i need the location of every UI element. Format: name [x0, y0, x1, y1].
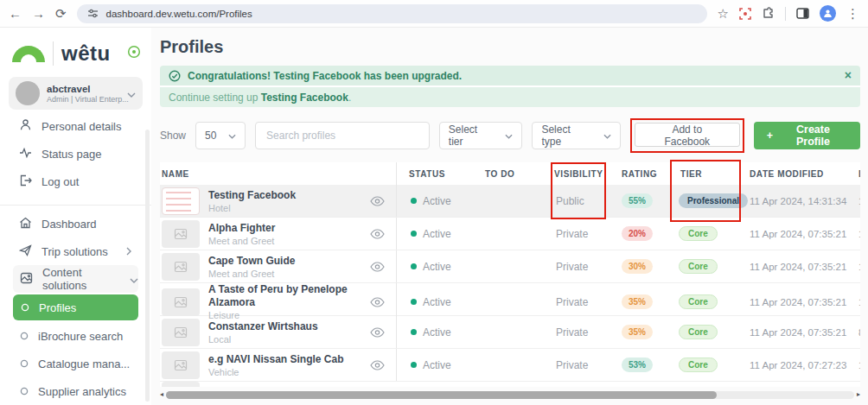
preview-eye-icon[interactable] [370, 229, 385, 239]
date-modified: 11 Apr 2024, 07:27:23 [737, 360, 843, 370]
profile-thumbnail [162, 187, 200, 215]
profile-row[interactable]: Testing FacebookHotelActivePublic55%Prof… [160, 185, 860, 218]
truncated-cell: 1 [843, 262, 860, 272]
banner-profile-link[interactable]: Testing Facebook [261, 92, 348, 104]
profile-row[interactable]: Cape Town GuideMeet and GreetActivePriva… [160, 250, 860, 283]
search-input[interactable] [255, 122, 430, 149]
profile-row[interactable]: Alpha FighterMeet and GreetActivePrivate… [160, 218, 860, 250]
sidebar-item-ibrochure-search[interactable]: iBrochure search [0, 322, 151, 350]
scrollbar-track[interactable] [166, 391, 854, 399]
side-panel-icon[interactable] [796, 8, 809, 19]
address-bar[interactable]: dashboard.dev.wetu.com/Profiles [77, 4, 707, 23]
target-icon[interactable] [127, 45, 141, 62]
tier-badge: Core [679, 226, 718, 241]
profile-name-cell: A Taste of Peru by Penelope AlzamoraLeis… [160, 283, 397, 320]
success-banner: Congratulations! Testing Facebook has be… [160, 66, 860, 107]
sidebar: wêtu abctravel Admin | Virtual Enterp... [0, 28, 151, 405]
status-label: Active [423, 326, 451, 339]
profile-name: A Taste of Peru by Penelope Alzamora [208, 283, 361, 309]
profile-name: e.g NAVI Nissan Single Cab [208, 353, 343, 366]
profile-row[interactable]: A Taste of Peru by Penelope AlzamoraLeis… [160, 283, 860, 316]
page-title: Profiles [160, 37, 860, 57]
tier-cell: Core [672, 294, 737, 309]
wetu-arch-logo-icon [12, 46, 45, 62]
browser-forward-icon[interactable]: → [32, 7, 45, 20]
status-dot-icon [411, 231, 417, 237]
scroll-left-arrow-icon[interactable]: ◂ [160, 391, 163, 398]
sidebar-item-content-solutions[interactable]: Content solutions [13, 265, 138, 293]
create-profile-button[interactable]: + Create Profile [754, 122, 860, 149]
chevron-down-icon [603, 130, 611, 142]
profile-row[interactable]: Constanzer WirtshausLocalActivePrivate35… [160, 316, 860, 349]
tier-badge: Core [679, 358, 718, 372]
sidebar-item-status-page[interactable]: Status page [0, 140, 151, 168]
sidebar-item-dashboard[interactable]: Dashboard [0, 210, 151, 237]
browser-refresh-icon[interactable]: ⟳ [55, 7, 67, 20]
pulse-icon [19, 148, 32, 161]
chevron-down-icon [130, 273, 138, 286]
tier-filter-select[interactable]: Select tier [439, 122, 523, 149]
truncated-cell: 1 [843, 196, 860, 206]
scrollbar-thumb[interactable] [166, 391, 717, 399]
status-cell: Active [397, 296, 473, 308]
browser-profile-avatar[interactable] [820, 5, 836, 22]
sidebar-item-supplier-analytics[interactable]: Supplier analytics [0, 377, 151, 405]
visibility-value: Public [542, 195, 610, 207]
type-filter-value: Select type [541, 123, 590, 148]
screen-capture-extension-icon[interactable] [739, 8, 751, 20]
profile-name: Cape Town Guide [208, 255, 295, 268]
rating-badge: 30% [622, 259, 653, 274]
account-switcher[interactable]: abctravel Admin | Virtual Enterp... [9, 77, 143, 110]
sidebar-item-label: iBrochure search [38, 330, 123, 343]
profile-name: Alpha Fighter [208, 222, 275, 235]
sidebar-item-log-out[interactable]: Log out [0, 168, 151, 195]
banner-close-icon[interactable]: × [845, 69, 852, 81]
preview-eye-icon[interactable] [370, 297, 385, 307]
sidebar-item-label: Log out [41, 175, 79, 188]
truncated-cell: 8 [843, 327, 860, 338]
status-cell: Active [397, 359, 473, 371]
bookmark-star-icon[interactable]: ☆ [718, 7, 729, 20]
status-dot-icon [411, 198, 417, 204]
sidebar-scrollbar[interactable] [145, 130, 150, 402]
sidebar-item-catalogue-management[interactable]: Catalogue mana... [0, 350, 151, 377]
visibility-value: Private [542, 261, 610, 273]
extensions-puzzle-icon[interactable] [762, 7, 775, 20]
column-header-name: NAME [160, 162, 397, 185]
add-to-facebook-button[interactable]: Add to Facebook [635, 123, 740, 147]
check-circle-icon [169, 70, 181, 82]
profile-name-cell: Cape Town GuideMeet and Greet [160, 250, 397, 282]
chevron-down-icon [127, 85, 136, 101]
date-modified: 11 Apr 2024, 07:35:21 [737, 262, 843, 272]
browser-back-icon[interactable]: ← [9, 7, 22, 20]
site-settings-icon[interactable] [87, 8, 99, 19]
tier-cell: Core [672, 358, 737, 372]
preview-eye-icon[interactable] [370, 262, 385, 272]
plus-icon: + [767, 130, 773, 142]
image-placeholder-icon [162, 220, 200, 248]
sidebar-item-personal-details[interactable]: Personal details [0, 112, 151, 140]
sidebar-item-trip-solutions[interactable]: Trip solutions [0, 237, 151, 265]
preview-eye-icon[interactable] [370, 196, 385, 206]
sidebar-item-profiles[interactable]: Profiles [13, 294, 138, 320]
rating-cell: 53% [610, 358, 672, 372]
rating-badge: 53% [622, 358, 653, 372]
preview-eye-icon[interactable] [370, 360, 385, 370]
page-size-select[interactable]: 50 [195, 122, 246, 149]
preview-eye-icon[interactable] [370, 327, 385, 338]
chevron-down-icon [505, 130, 513, 142]
profile-row[interactable]: e.g NAVI Nissan Single CabVehicleActiveP… [160, 349, 860, 382]
type-filter-select[interactable]: Select type [532, 122, 620, 149]
show-label: Show [160, 130, 186, 142]
status-dot-icon [411, 299, 417, 305]
rating-badge: 55% [622, 193, 653, 208]
truncated-cell: 1 [843, 229, 860, 239]
profile-type: Meet and Greet [208, 236, 275, 246]
scroll-right-arrow-icon[interactable]: ▸ [857, 391, 860, 398]
sidebar-item-label: Personal details [41, 120, 122, 133]
profile-name-cell: e.g NAVI Nissan Single CabVehicle [160, 349, 397, 381]
date-modified: 11 Apr 2024, 07:35:21 [737, 327, 843, 338]
image-placeholder-icon [162, 253, 200, 281]
browser-menu-icon[interactable]: ⋮ [846, 7, 859, 20]
toolbar-divider [785, 7, 786, 21]
